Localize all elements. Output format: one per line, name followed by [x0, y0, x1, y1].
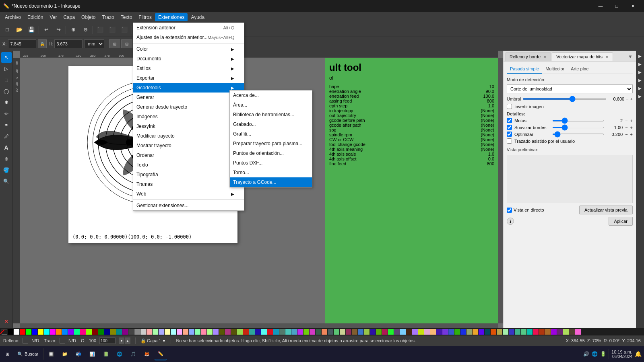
color-swatch[interactable] [334, 329, 339, 335]
optimizar-check[interactable] [507, 132, 512, 137]
color-swatch[interactable] [183, 329, 188, 335]
color-swatch[interactable] [20, 329, 25, 335]
color-swatch[interactable] [497, 329, 502, 335]
color-swatch[interactable] [527, 329, 533, 335]
color-swatch[interactable] [442, 329, 448, 335]
color-swatch[interactable] [328, 329, 333, 335]
taskbar-excel[interactable]: 📗 [100, 348, 112, 360]
align-left-button[interactable]: ⬛ [95, 24, 106, 35]
clock[interactable]: 10:19 a.m. 06/04/2024 [611, 350, 632, 359]
color-swatch[interactable] [273, 329, 279, 335]
color-swatch[interactable] [195, 329, 200, 335]
notifications-icon[interactable]: 🔔 [635, 351, 642, 357]
ext-item-ordenar[interactable]: Ordenar ▶ [133, 150, 244, 160]
color-swatch[interactable] [32, 329, 37, 335]
color-swatch[interactable] [418, 329, 424, 335]
color-swatch[interactable] [322, 329, 327, 335]
ext-item-color[interactable]: Color ▶ [133, 44, 244, 54]
color-swatch[interactable] [346, 329, 351, 335]
modo-select[interactable]: Corte de luminosidad Detección de bordes… [507, 84, 633, 93]
color-swatch[interactable] [98, 329, 104, 335]
color-swatch[interactable] [219, 329, 225, 335]
suavizar-slider[interactable] [552, 127, 604, 128]
ext-item-exportar[interactable]: Exportar ▶ [133, 73, 244, 83]
sub-torno[interactable]: Torno... [230, 168, 312, 177]
taskbar-spotify[interactable]: 🎵 [127, 348, 139, 360]
color-swatch[interactable] [509, 329, 514, 335]
color-swatch[interactable] [134, 329, 140, 335]
optimizar-plus[interactable]: + [630, 132, 633, 137]
color-swatch[interactable] [575, 329, 581, 335]
motas-minus[interactable]: − [625, 118, 627, 123]
redo-button[interactable]: ↪ [53, 24, 64, 35]
color-swatch[interactable] [231, 329, 237, 335]
align-center-button[interactable]: ⬛ [107, 24, 118, 35]
umbral-plus[interactable]: + [630, 97, 633, 101]
opacity-down[interactable]: ▼ [119, 337, 124, 344]
motas-slider[interactable] [552, 120, 604, 121]
trazado-check[interactable] [507, 138, 512, 144]
zoom-tool[interactable]: 🔍 [1, 176, 12, 187]
inner-tab-multi[interactable]: Multicolor [542, 65, 568, 74]
info-icon[interactable]: ℹ [507, 218, 514, 225]
spray-tool[interactable]: ⊕ [1, 154, 12, 164]
x-input[interactable] [8, 39, 36, 48]
edge-icon-1[interactable]: ▶ [638, 52, 642, 60]
color-swatch[interactable] [364, 329, 369, 335]
ext-item-estilos[interactable]: Estilos ▶ [133, 64, 244, 73]
tab-relleno-close[interactable]: ✕ [543, 55, 547, 59]
color-swatch[interactable] [412, 329, 418, 335]
color-swatch[interactable] [177, 329, 182, 335]
inner-tab-simple[interactable]: Pasada simple [507, 65, 542, 74]
color-swatch[interactable] [533, 329, 539, 335]
menu-ayuda[interactable]: Ayuda [188, 13, 208, 21]
ext-item-generar-desde[interactable]: Generar desde trayecto ▶ [133, 102, 244, 112]
color-swatch[interactable] [569, 329, 575, 335]
color-swatch[interactable] [430, 329, 436, 335]
node-tool[interactable]: ▷ [1, 64, 12, 74]
fill-tool[interactable]: 🪣 [1, 165, 12, 175]
minimize-button[interactable]: — [592, 0, 609, 12]
color-swatch[interactable] [539, 329, 545, 335]
layer-lock[interactable]: 🔒 [140, 338, 146, 343]
color-swatch[interactable] [424, 329, 430, 335]
tray-sound[interactable]: 🔊 [583, 351, 589, 357]
ext-item-gcodetools[interactable]: Gcodetools ▶ [133, 83, 244, 93]
motas-check[interactable] [507, 118, 512, 123]
color-swatch[interactable] [225, 329, 231, 335]
color-swatch[interactable] [249, 329, 255, 335]
color-swatch[interactable] [68, 329, 74, 335]
color-swatch[interactable] [255, 329, 261, 335]
taskbar-firefox[interactable]: 🦊 [141, 348, 153, 360]
ext-item-tipografia[interactable]: Tipografía ▶ [133, 170, 244, 179]
sub-dxf[interactable]: Puntos DXF... [230, 158, 312, 168]
color-swatch[interactable] [485, 329, 490, 335]
color-swatch[interactable] [279, 329, 285, 335]
menu-edicion[interactable]: Edición [24, 13, 46, 21]
menu-filtros[interactable]: Filtros [135, 13, 155, 21]
menu-capa[interactable]: Capa [60, 13, 78, 21]
no-color-swatch[interactable] [2, 329, 7, 335]
star-tool[interactable]: ✱ [1, 97, 12, 108]
color-swatch[interactable] [563, 329, 569, 335]
color-swatch[interactable] [267, 329, 273, 335]
ext-item-modificar[interactable]: Modificar trayecto ▶ [133, 131, 244, 141]
sub-area[interactable]: Área... [230, 100, 312, 110]
color-swatch[interactable] [14, 329, 19, 335]
color-swatch[interactable] [92, 329, 98, 335]
ext-item-texto[interactable]: Texto ▶ [133, 160, 244, 170]
taskbar-inkscape[interactable]: ✏️ [155, 348, 167, 360]
menu-objeto[interactable]: Objeto [78, 13, 99, 21]
color-swatch[interactable] [454, 329, 460, 335]
color-swatch[interactable] [400, 329, 406, 335]
start-button[interactable]: ⊞ [2, 348, 12, 360]
ext-item-generar[interactable]: Generar ▶ [133, 93, 244, 102]
h-scrollbar[interactable] [20, 323, 498, 328]
sub-graffiti[interactable]: Graffiti... [230, 129, 312, 139]
color-swatch[interactable] [86, 329, 92, 335]
ext-item-web[interactable]: Web ▶ [133, 189, 244, 199]
taskview-button[interactable]: 🔲 [45, 348, 57, 360]
color-swatch[interactable] [56, 329, 62, 335]
edge-icon-5[interactable]: ▶ [638, 84, 642, 92]
color-swatch[interactable] [122, 329, 128, 335]
